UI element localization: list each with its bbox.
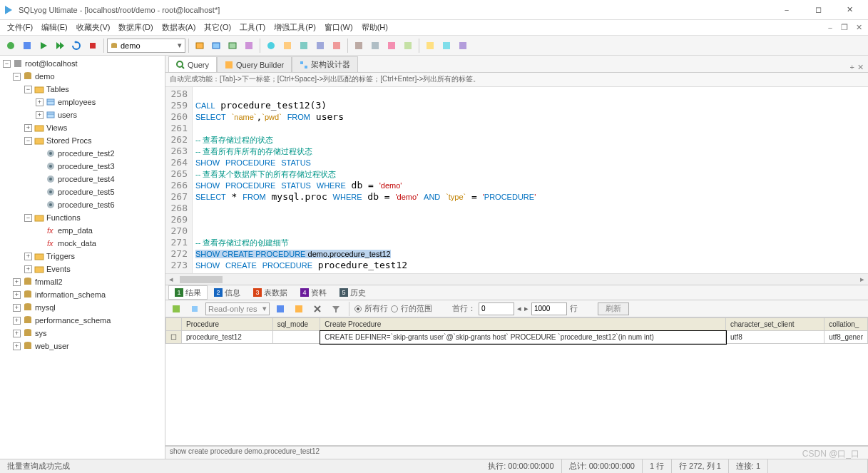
database-selector[interactable]: demo ▾	[107, 39, 185, 53]
tree-item-procedure_test4[interactable]: procedure_test4	[0, 173, 165, 185]
new-connection-icon[interactable]	[3, 38, 19, 54]
menu-file[interactable]: 文件(F)	[3, 21, 37, 34]
expand-icon[interactable]: −	[13, 73, 21, 81]
nav-next-icon[interactable]: ▸	[524, 304, 529, 313]
tool-icon-12[interactable]	[384, 38, 399, 54]
menu-window[interactable]: 窗口(W)	[320, 21, 357, 34]
tool-icon-5[interactable]	[263, 38, 279, 54]
maximize-button[interactable]: ◻	[802, 0, 834, 20]
tool-icon-8[interactable]	[312, 38, 328, 54]
tree-item-mock_data[interactable]: fxmock_data	[0, 237, 165, 250]
expand-icon[interactable]: −	[24, 86, 32, 93]
tool-icon-4[interactable]	[241, 38, 257, 54]
menu-other[interactable]: 其它(O)	[200, 21, 235, 34]
execute-all-icon[interactable]	[52, 38, 68, 54]
expand-icon[interactable]: +	[13, 304, 21, 312]
tab-query[interactable]: Query	[168, 56, 217, 72]
cell-character_set_client[interactable]: utf8	[726, 331, 824, 344]
editor-scrollbar[interactable]: ◂ ▸	[165, 273, 868, 285]
tab-query-builder[interactable]: Query Builder	[217, 56, 292, 72]
tree-item-emp_data[interactable]: fxemp_data	[0, 224, 165, 237]
expand-icon[interactable]: +	[36, 98, 44, 106]
export-icon[interactable]	[168, 301, 184, 317]
scroll-right-icon[interactable]: ▸	[857, 274, 868, 285]
expand-icon[interactable]: −	[24, 137, 32, 145]
tool-icon-15[interactable]	[439, 38, 454, 54]
table-row[interactable]: ☐procedure_test12CREATE DEFINER=`skip-gr…	[166, 331, 868, 344]
minimize-button[interactable]: −	[771, 0, 802, 20]
tree-item-procedure_test2[interactable]: procedure_test2	[0, 147, 165, 160]
grid-delete-icon[interactable]	[310, 301, 325, 317]
expand-icon[interactable]: +	[24, 124, 32, 132]
cell-collation_[interactable]: utf8_gener	[824, 331, 868, 344]
tree-item-users[interactable]: +users	[0, 108, 165, 121]
tree-db-mysql[interactable]: +mysql	[0, 301, 165, 314]
close-button[interactable]: ✕	[834, 0, 865, 20]
result-tab-结果[interactable]: 1结果	[168, 285, 208, 300]
tree-folder-functions[interactable]: −Functions	[0, 211, 165, 224]
expand-icon[interactable]: +	[13, 342, 21, 350]
tool-icon-6[interactable]	[280, 38, 295, 54]
expand-icon[interactable]: +	[13, 291, 21, 299]
expand-icon[interactable]: −	[3, 60, 11, 68]
scroll-left-icon[interactable]: ◂	[165, 274, 177, 285]
tab-schema-designer[interactable]: 架构设计器	[292, 56, 358, 72]
limit-input[interactable]	[531, 302, 567, 315]
readonly-combo[interactable]: Read-only res▾	[205, 302, 270, 315]
tool-icon-7[interactable]	[296, 38, 312, 54]
tree-folder-events[interactable]: +Events	[0, 263, 165, 275]
radio-all-rows[interactable]	[354, 305, 362, 312]
tree-db-sys[interactable]: +sys	[0, 327, 165, 340]
tool-icon-14[interactable]	[422, 38, 438, 54]
tool-icon-9[interactable]	[329, 38, 344, 54]
tree-folder-tables[interactable]: −Tables	[0, 83, 165, 96]
close-tab-icon[interactable]: ✕	[857, 63, 864, 72]
result-tab-表数据[interactable]: 3表数据	[247, 285, 294, 300]
menu-table[interactable]: 数据表(A)	[158, 21, 200, 34]
result-tab-信息[interactable]: 2信息	[208, 285, 247, 300]
result-tab-历史[interactable]: 5历史	[333, 285, 372, 300]
nav-prev-icon[interactable]: ◂	[517, 304, 521, 313]
tree-folder-stored-procs[interactable]: −Stored Procs	[0, 134, 165, 147]
tree-item-procedure_test3[interactable]: procedure_test3	[0, 160, 165, 173]
tool-icon-16[interactable]	[455, 38, 471, 54]
tool-icon-1[interactable]	[192, 38, 208, 54]
mdi-close-icon[interactable]: ✕	[852, 21, 865, 34]
radio-range-rows[interactable]	[391, 305, 398, 312]
tool-icon-2[interactable]	[208, 38, 224, 54]
expand-icon[interactable]: +	[13, 330, 21, 337]
col-collation_[interactable]: collation_	[824, 318, 868, 331]
row-header[interactable]	[166, 318, 182, 331]
stop-icon[interactable]	[85, 38, 101, 54]
tree-db-web_user[interactable]: +web_user	[0, 340, 165, 352]
tree-item-employees[interactable]: +employees	[0, 96, 165, 108]
menu-powertool[interactable]: 增强工具(P)	[270, 21, 320, 34]
expand-icon[interactable]: +	[36, 111, 44, 119]
sql-editor[interactable]: 258 259 260 261 262 263 264 265 266 267 …	[165, 87, 868, 273]
new-tab-icon[interactable]: +	[850, 63, 854, 72]
object-browser[interactable]: −root@localhost−demo−Tables+employees+us…	[0, 56, 165, 459]
menu-database[interactable]: 数据库(D)	[114, 21, 157, 34]
execute-icon[interactable]	[36, 38, 51, 54]
grid-insert-icon[interactable]	[291, 301, 307, 317]
expand-icon[interactable]: +	[24, 253, 32, 260]
grid-save-icon[interactable]	[272, 301, 288, 317]
scroll-thumb[interactable]	[180, 276, 223, 283]
tool-icon-10[interactable]	[351, 38, 367, 54]
expand-icon[interactable]: −	[24, 214, 32, 222]
tree-db-performance_schema[interactable]: +performance_schema	[0, 314, 165, 327]
menu-fav[interactable]: 收藏夹(V)	[72, 21, 115, 34]
result-tab-资料[interactable]: 4资料	[294, 285, 333, 300]
tool-icon-3[interactable]	[225, 38, 240, 54]
tree-db-demo[interactable]: −demo	[0, 70, 165, 83]
expand-icon[interactable]: +	[24, 265, 32, 273]
row-marker[interactable]: ☐	[166, 331, 182, 344]
refresh-icon[interactable]	[68, 38, 84, 54]
tree-root[interactable]: −root@localhost	[0, 57, 165, 70]
tool-icon-13[interactable]	[400, 38, 416, 54]
tree-db-information_schema[interactable]: +information_schema	[0, 288, 165, 301]
col-Procedure[interactable]: Procedure	[182, 318, 273, 331]
menu-edit[interactable]: 编辑(E)	[37, 21, 72, 34]
save-icon[interactable]	[19, 38, 35, 54]
cell-Create Procedure[interactable]: CREATE DEFINER=`skip-grants user`@`skip-…	[320, 331, 726, 344]
